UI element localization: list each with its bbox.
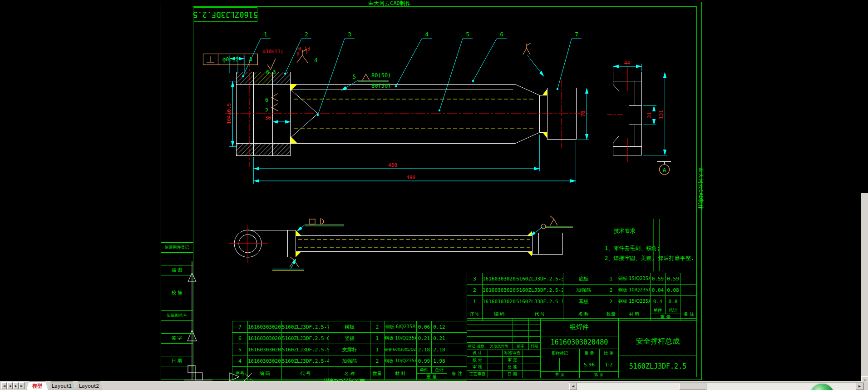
tb-weight-label: 重 量 [579, 349, 599, 358]
bom-header-left: 序号编 码 代 号名 称 数量材 料 单件总计备 注 [232, 367, 467, 374]
tech-line-1: 1、零件去毛刺、锐角; [605, 245, 660, 251]
title-block: 标记 处数 更改文件号 签字 日期 设 计 校 对 审 核 工艺审查 标准审查 … [467, 318, 697, 377]
tb-rev-sign: 签字 [513, 342, 528, 350]
dim-bore-tol-dn: 0 [296, 51, 300, 57]
tab-layout2[interactable]: Layout2 [75, 381, 103, 390]
bom-row-6: 616160303020540 5160ZLJ3DF.2.5-6竖板 1钢板 1… [232, 333, 467, 344]
bom-table-right: 316160303020510 5160ZLJ3DF.2.5-3底板 1钢板 1… [467, 273, 697, 321]
vertical-scrollbar[interactable]: ∨ [861, 193, 868, 384]
technical-requirements: 技术要求 1、零件去毛刺、锐角; 2、焊接牢固、美观, 焊后打磨平整. [605, 228, 694, 261]
balloon-6: 6 [500, 31, 503, 38]
dim-104: 104±0.5 [226, 103, 232, 124]
tb-weight-value: 5.96 [579, 358, 599, 371]
datum-circle-label: A [663, 167, 666, 173]
bom-row-7: 716160303020550 5160ZLJ3DF.2.5-7横板 2钢板 6… [232, 321, 467, 333]
watermark-side: 由天河云CAD制作 [698, 167, 704, 210]
scroll-left-button[interactable]: ◀ [569, 383, 577, 390]
margin-label-old-drawing-no: 旧底图总号 [161, 310, 193, 320]
tb-approve2: 审 定 [502, 356, 523, 364]
balloon-3: 3 [348, 31, 351, 38]
tb-mark-label: 图样标记 [540, 349, 579, 358]
dim-30: 30 [265, 115, 271, 121]
tab-last-button[interactable]: ▶| [19, 382, 25, 389]
weld-size-2: 2 [265, 107, 268, 114]
roughness-value: 6.3 [266, 69, 276, 75]
tb-approve: 批 准 [502, 364, 523, 370]
tb-process-review: 工艺审查 [467, 370, 488, 378]
tb-part-code: 16160303020480 [540, 336, 618, 349]
tb-rev-mark: 标记 [467, 342, 476, 350]
weld-size-6: 6 [265, 97, 268, 103]
bom-row-4: 416160303020520 5160ZLJ3DF.2.5-4加强筋 2钢板 … [232, 355, 467, 367]
balloon-callouts: 1 2 3 4 5 6 7 [242, 31, 582, 116]
tab-next-button[interactable]: ▶ [13, 382, 19, 389]
main-view-geometry [225, 60, 590, 167]
tb-drawing-number: 5160ZLJ3DF.2.5 [618, 355, 697, 378]
tab-layout2-label: Layout2 [79, 383, 99, 389]
tab-layout1[interactable]: Layout1 [48, 381, 75, 390]
dim-450: 450 [388, 162, 397, 168]
rod-view-geometry [229, 216, 573, 270]
chevron-left-icon: ◀ [572, 385, 574, 388]
tb-date: 日 期 [502, 370, 523, 378]
tb-scale-value: 1:2 [599, 358, 618, 371]
bom-row-2: 216160303020500 5160ZLJ3DF.2.5-2加强筋 2钢板 … [467, 285, 697, 296]
margin-label-date: 日 期 [161, 356, 193, 366]
dim-131: 131 [658, 110, 664, 119]
tab-first-icon: |◀ [3, 384, 5, 387]
margin-label-signature: 签 字 [161, 333, 193, 343]
tb-review: 审 核 [467, 364, 488, 370]
dim-44: 44 [624, 60, 630, 66]
side-view-geometry: A 44 131 31 [607, 60, 671, 175]
tab-prev-icon: ◀ [9, 384, 11, 387]
tb-std-review: 标准审查 [502, 350, 523, 356]
tb-rev-date: 日期 [528, 342, 540, 350]
bom-row-3: 316160303020510 5160ZLJ3DF.2.5-3底板 1钢板 1… [467, 273, 697, 285]
balloon-4: 4 [425, 31, 428, 38]
main-view-dimensions: 450 490 104±0.5 78 30 φ30H11( +0.13 0 ) [226, 46, 589, 184]
weld-size-5: 5 [353, 74, 356, 80]
weld-size-4: 4 [314, 57, 317, 64]
tab-model-label: 模型 [32, 383, 42, 390]
tab-prev-button[interactable]: ◀ [7, 382, 13, 389]
tb-rev-count: 处数 [476, 342, 486, 350]
tab-layout1-label: Layout1 [52, 383, 72, 389]
bom-table-left: 716160303020550 5160ZLJ3DF.2.5-7横板 2钢板 6… [232, 321, 467, 380]
statusbar: |◀ ◀ ▶ ▶| 模型 Layout1 Layout2 ◀ ▶ [0, 381, 868, 390]
tb-design: 设 计 [467, 350, 488, 356]
dim-31: 31 [646, 112, 652, 118]
tab-model[interactable]: 模型 [26, 381, 48, 390]
tech-line-2: 2、焊接牢固、美观, 焊后打磨平整. [605, 255, 694, 261]
dim-bore: φ30H11( [262, 49, 283, 55]
bom-row-5: 516160303020530 5160ZLJ3DF.2.5-5支撑杆 1钢管 … [232, 344, 467, 355]
autocad-window: 由天河云CAD制作 由天河云CAD制作 由天河云CAD制作 [0, 0, 868, 390]
corner-title-text: 5160ZLJ3DF.2.5 [193, 10, 258, 19]
margin-label-borrow: 借通用件登记 [161, 242, 193, 252]
weld-pitch-bottom: 80(50) [371, 83, 391, 89]
horizontal-scroll-thumb[interactable] [679, 383, 706, 390]
tab-last-icon: ▶| [20, 384, 23, 387]
balloon-1: 1 [264, 31, 267, 38]
margin-signature-column: 借通用件登记 描 图 校 描 旧底图总号 签 字 日 期 [161, 242, 193, 380]
dim-490: 490 [406, 175, 415, 180]
tb-rev-docno: 更改文件号 [486, 342, 513, 350]
tb-assembly-name: 安全撑杆总成 [618, 328, 697, 355]
tab-first-button[interactable]: |◀ [1, 382, 7, 389]
balloon-7: 7 [575, 31, 578, 38]
tb-part-type: 组焊件 [540, 319, 618, 336]
balloon-2: 2 [305, 31, 308, 38]
balloon-5: 5 [466, 31, 469, 38]
dim-78: 78 [580, 110, 586, 116]
tb-scale-label: 比 例 [599, 349, 618, 358]
chevron-right-icon: ▶ [858, 385, 861, 388]
tb-check: 校 对 [467, 356, 488, 364]
margin-label-trace: 描 图 [161, 265, 193, 275]
tab-next-icon: ▶ [15, 384, 17, 387]
bom-row-1: 116160303020490 5160ZLJ3DF.2.5-1耳板 2钢板 1… [467, 296, 697, 307]
scroll-right-button[interactable]: ▶ [856, 383, 863, 390]
corner-title-box: 5160ZLJ3DF.2.5 [194, 7, 257, 22]
tb-sheet-no: 第 页 [579, 371, 618, 378]
tb-total-sheets: 共 页 [540, 371, 579, 378]
tech-title: 技术要求 [613, 228, 636, 234]
weld-pitch-top: 80(50) [371, 72, 391, 79]
